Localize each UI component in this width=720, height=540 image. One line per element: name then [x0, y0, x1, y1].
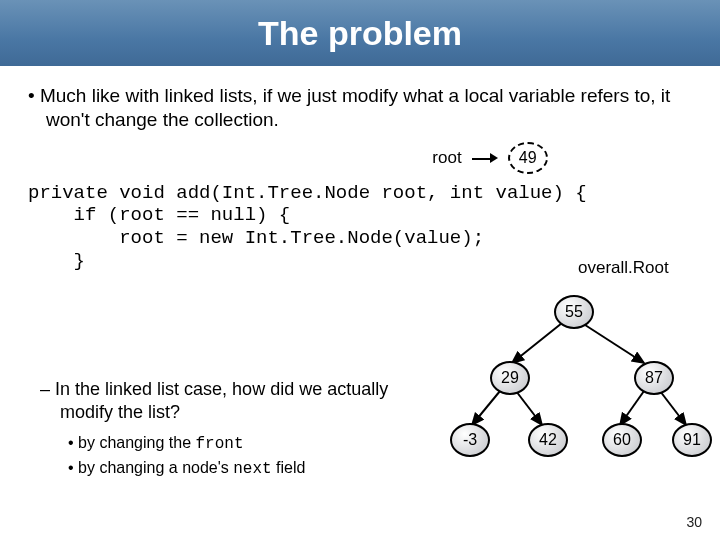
tree-node-55: 55 — [554, 295, 594, 329]
tree-node-42: 42 — [528, 423, 568, 457]
svg-line-0 — [512, 323, 562, 363]
page-number: 30 — [686, 514, 702, 530]
sub-point-a-text: by changing the — [78, 434, 195, 451]
root-label: root — [432, 147, 461, 168]
code-next: next — [233, 460, 271, 478]
root-pointer-row: root 49 — [288, 142, 692, 174]
tree-node-60: 60 — [602, 423, 642, 457]
svg-line-3 — [516, 391, 542, 425]
slide-title: The problem — [258, 14, 462, 53]
svg-line-1 — [582, 323, 644, 363]
tree-node-29: 29 — [490, 361, 530, 395]
svg-line-4 — [620, 391, 644, 425]
title-bar: The problem — [0, 0, 720, 66]
svg-line-5 — [660, 391, 686, 425]
code-front: front — [195, 435, 243, 453]
sub-point-b-suffix: field — [272, 459, 306, 476]
slide-content: Much like with linked lists, if we just … — [0, 66, 720, 273]
main-bullet: Much like with linked lists, if we just … — [28, 84, 692, 132]
sub-point-b-prefix: by changing a node's — [78, 459, 233, 476]
tree-node-neg3: -3 — [450, 423, 490, 457]
overall-root-label: overall.Root — [578, 258, 669, 278]
sub-point-front: by changing the front — [54, 433, 440, 454]
sub-point-next: by changing a node's next field — [54, 458, 440, 479]
sub-bullets: In the linked list case, how did we actu… — [40, 378, 440, 483]
dashed-node: 49 — [508, 142, 548, 174]
tree-node-87: 87 — [634, 361, 674, 395]
tree-node-91: 91 — [672, 423, 712, 457]
tree-diagram: 55 29 87 -3 42 60 91 — [450, 295, 710, 475]
svg-line-2 — [472, 391, 500, 425]
sub-question: In the linked list case, how did we actu… — [40, 378, 440, 423]
